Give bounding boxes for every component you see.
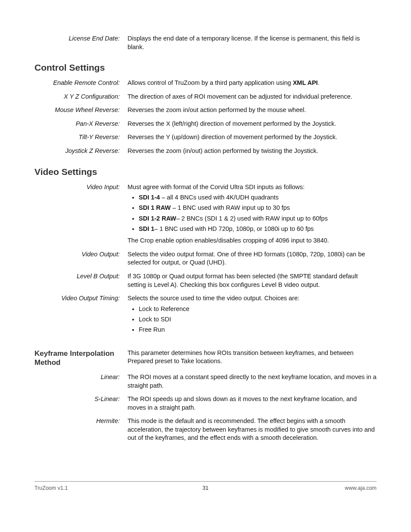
timing-list: Lock to Reference Lock to SDI Free Run (128, 305, 377, 334)
timing-intro: Selects the source used to time the vide… (128, 294, 377, 303)
xyz-config-desc: The direction of axes of ROI movement ca… (128, 93, 377, 101)
joystick-z-reverse-desc: Reverses the zoom (in/out) action perfor… (128, 147, 377, 156)
video-input-intro: Must agree with format of the Corvid Ult… (128, 183, 377, 192)
list-item: SDI 1-2 RAW– 2 BNCs (SDI 1 & 2) used wit… (139, 214, 377, 223)
enable-remote-control-label: Enable Remote Control: (34, 79, 128, 87)
page-footer: TruZoom v1.1 31 www.aja.com (34, 481, 377, 491)
sdi-1-bold: SDI 1 (139, 225, 154, 232)
joystick-z-reverse-label: Joystick Z Reverse: (34, 147, 128, 156)
tilt-y-reverse-label: Tilt-Y Reverse: (34, 133, 128, 142)
pan-x-reverse-desc: Reverses the X (left/right) direction of… (128, 120, 377, 128)
license-end-date-row: License End Date: Displays the end date … (34, 34, 377, 51)
hermite-label: Hermite: (34, 417, 128, 442)
linear-label: Linear: (34, 373, 128, 390)
video-input-crop: The Crop enable option enables/disables … (128, 236, 377, 245)
list-item: Free Run (139, 325, 377, 334)
joystick-z-reverse-row: Joystick Z Reverse: Reverses the zoom (i… (34, 147, 377, 156)
keyframe-heading-row: Keyframe Interpolation Method This param… (34, 349, 377, 367)
text: – 1 BNC used with HD 720p, 1080p, or 108… (154, 225, 314, 232)
video-output-row: Video Output: Selects the video output f… (34, 250, 377, 267)
enable-remote-control-desc: Allows control of TruZoom by a third par… (128, 79, 377, 87)
hermite-desc: This mode is the default and is recommen… (128, 417, 377, 442)
mouse-wheel-reverse-label: Mouse Wheel Reverse: (34, 106, 128, 115)
video-output-desc: Selects the video output format. One of … (128, 250, 377, 267)
text: – 1 BNC used with RAW input up to 30 fps (171, 204, 290, 211)
s-linear-label: S-Linear: (34, 395, 128, 412)
video-settings-heading: Video Settings (34, 167, 377, 177)
text: Allows control of TruZoom by a third par… (128, 79, 293, 86)
list-item: SDI 1-4 – all 4 BNCs used with 4K/UDH qu… (139, 193, 377, 202)
page-number: 31 (202, 485, 209, 491)
pan-x-reverse-label: Pan-X Reverse: (34, 120, 128, 128)
s-linear-row: S-Linear: The ROI speeds up and slows do… (34, 395, 377, 412)
footer-right: www.aja.com (345, 485, 377, 491)
footer-left: TruZoom v1.1 (34, 485, 68, 491)
video-input-desc: Must agree with format of the Corvid Ult… (128, 183, 377, 245)
keyframe-intro: This parameter determines how ROIs trans… (128, 349, 377, 367)
linear-row: Linear: The ROI moves at a constant spee… (34, 373, 377, 390)
mouse-wheel-reverse-desc: Reverses the zoom in/out action performe… (128, 106, 377, 115)
license-end-date-desc: Displays the end date of a temporary lic… (128, 34, 377, 51)
video-output-timing-row: Video Output Timing: Selects the source … (34, 294, 377, 337)
video-output-timing-label: Video Output Timing: (34, 294, 128, 337)
page: License End Date: Displays the end date … (0, 0, 411, 532)
sdi-1-2-raw-bold: SDI 1-2 RAW (139, 215, 176, 222)
mouse-wheel-reverse-row: Mouse Wheel Reverse: Reverses the zoom i… (34, 106, 377, 115)
video-input-row: Video Input: Must agree with format of t… (34, 183, 377, 245)
tilt-y-reverse-desc: Reverses the Y (up/down) direction of mo… (128, 133, 377, 142)
sdi-1-4-bold: SDI 1-4 (139, 194, 160, 201)
text: . (318, 79, 320, 86)
xyz-config-label: X Y Z Configuration: (34, 93, 128, 101)
s-linear-desc: The ROI speeds up and slows down as it m… (128, 395, 377, 412)
keyframe-interpolation-heading: Keyframe Interpolation Method (34, 349, 120, 367)
text: – 2 BNCs (SDI 1 & 2) used with RAW input… (176, 215, 328, 222)
control-settings-heading: Control Settings (34, 62, 377, 73)
level-b-output-desc: If 3G 1080p or Quad output format has be… (128, 272, 377, 289)
list-item: SDI 1– 1 BNC used with HD 720p, 1080p, o… (139, 224, 377, 233)
linear-desc: The ROI moves at a constant speed direct… (128, 373, 377, 390)
sdi-1-raw-bold: SDI 1 RAW (139, 204, 171, 211)
text: – all 4 BNCs used with 4K/UDH quadrants (160, 194, 279, 201)
video-output-timing-desc: Selects the source used to time the vide… (128, 294, 377, 337)
level-b-output-label: Level B Output: (34, 272, 128, 289)
hermite-row: Hermite: This mode is the default and is… (34, 417, 377, 442)
xyz-config-row: X Y Z Configuration: The direction of ax… (34, 93, 377, 101)
video-output-label: Video Output: (34, 250, 128, 267)
enable-remote-control-row: Enable Remote Control: Allows control of… (34, 79, 377, 87)
video-input-list: SDI 1-4 – all 4 BNCs used with 4K/UDH qu… (128, 193, 377, 233)
list-item: SDI 1 RAW – 1 BNC used with RAW input up… (139, 203, 377, 212)
list-item: Lock to Reference (139, 305, 377, 313)
level-b-output-row: Level B Output: If 3G 1080p or Quad outp… (34, 272, 377, 289)
xml-api-bold: XML API (293, 79, 318, 86)
list-item: Lock to SDI (139, 315, 377, 324)
video-input-label: Video Input: (34, 183, 128, 245)
license-end-date-label: License End Date: (34, 34, 128, 51)
pan-x-reverse-row: Pan-X Reverse: Reverses the X (left/righ… (34, 120, 377, 128)
tilt-y-reverse-row: Tilt-Y Reverse: Reverses the Y (up/down)… (34, 133, 377, 142)
